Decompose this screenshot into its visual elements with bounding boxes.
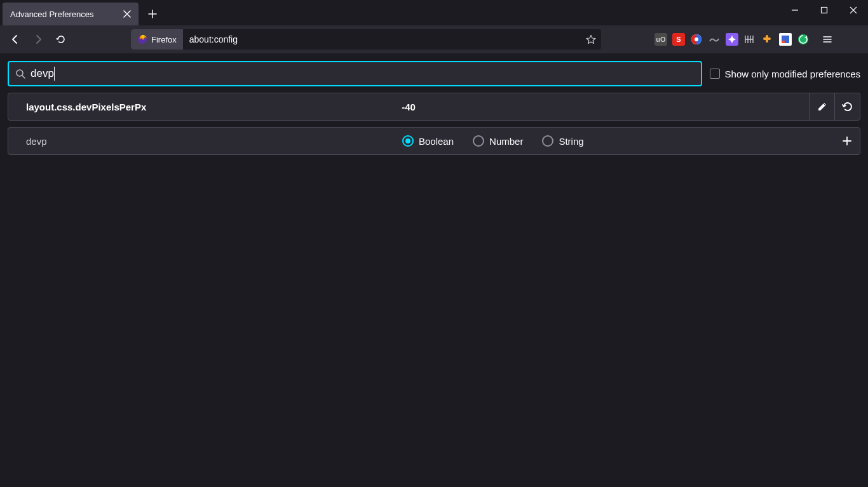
url-identity[interactable]: Firefox <box>131 29 183 50</box>
checkbox-icon <box>710 69 720 79</box>
close-tab-button[interactable] <box>121 8 133 20</box>
show-only-modified-toggle[interactable]: Show only modified preferences <box>710 69 860 79</box>
radio-boolean[interactable]: Boolean <box>402 135 454 147</box>
search-value-text: devp <box>31 67 54 80</box>
ext-icon-7[interactable] <box>761 33 774 46</box>
ext-icon-6[interactable] <box>743 33 756 46</box>
url-text[interactable]: about:config <box>183 34 581 44</box>
svg-rect-5 <box>782 41 785 43</box>
radio-string-label: String <box>559 136 583 147</box>
nav-toolbar: Firefox about:config uO S <box>0 25 868 53</box>
ext-icon-9[interactable] <box>797 33 810 46</box>
about-config-content: devp Show only modified preferences layo… <box>0 53 868 163</box>
pref-value: -40 <box>275 102 542 112</box>
add-pref-button[interactable] <box>834 127 860 155</box>
radio-icon <box>542 135 553 147</box>
pref-name: layout.css.devPixelsPerPx <box>8 102 275 112</box>
reload-button[interactable] <box>51 29 71 50</box>
new-tab-button[interactable] <box>142 4 163 24</box>
radio-icon-selected <box>402 135 414 147</box>
titlebar: Advanced Preferences <box>0 0 868 25</box>
url-scheme-label: Firefox <box>151 35 177 44</box>
ext-icon-1[interactable]: uO <box>654 33 667 46</box>
radio-number-label: Number <box>489 136 523 147</box>
new-pref-name: devp <box>8 136 275 147</box>
ext-icon-8[interactable] <box>779 33 792 46</box>
new-pref-row: devp Boolean Number String <box>8 127 860 155</box>
app-menu-button[interactable] <box>817 29 837 50</box>
radio-icon <box>473 135 484 147</box>
tab-title: Advanced Preferences <box>10 10 116 19</box>
show-only-modified-label: Show only modified preferences <box>725 69 860 79</box>
toolbar-extensions: uO S <box>654 29 837 50</box>
search-row: devp Show only modified preferences <box>8 61 860 86</box>
search-icon <box>15 69 25 79</box>
forward-button[interactable] <box>28 29 48 50</box>
pref-search-box[interactable]: devp <box>8 61 702 86</box>
new-pref-type-radios: Boolean Number String <box>402 135 584 147</box>
browser-tab[interactable]: Advanced Preferences <box>3 3 139 25</box>
svg-rect-0 <box>822 8 827 13</box>
minimize-button[interactable] <box>780 0 810 20</box>
maximize-button[interactable] <box>810 0 839 20</box>
edit-pref-button[interactable] <box>809 93 834 121</box>
reset-pref-button[interactable] <box>834 93 860 121</box>
window-controls <box>780 0 868 20</box>
firefox-icon <box>137 34 147 44</box>
ext-icon-3[interactable] <box>690 33 703 46</box>
ext-icon-2[interactable]: S <box>672 33 685 46</box>
radio-number[interactable]: Number <box>473 135 523 147</box>
back-button[interactable] <box>5 29 25 50</box>
pref-row: layout.css.devPixelsPerPx -40 <box>8 93 860 121</box>
radio-string[interactable]: String <box>542 135 583 147</box>
radio-boolean-label: Boolean <box>419 136 454 147</box>
close-window-button[interactable] <box>839 0 868 20</box>
bookmark-button[interactable] <box>581 34 601 44</box>
svg-point-3 <box>695 37 698 41</box>
ext-icon-5[interactable] <box>726 33 738 46</box>
url-bar[interactable]: Firefox about:config <box>131 29 601 50</box>
ext-icon-4[interactable] <box>708 33 721 46</box>
